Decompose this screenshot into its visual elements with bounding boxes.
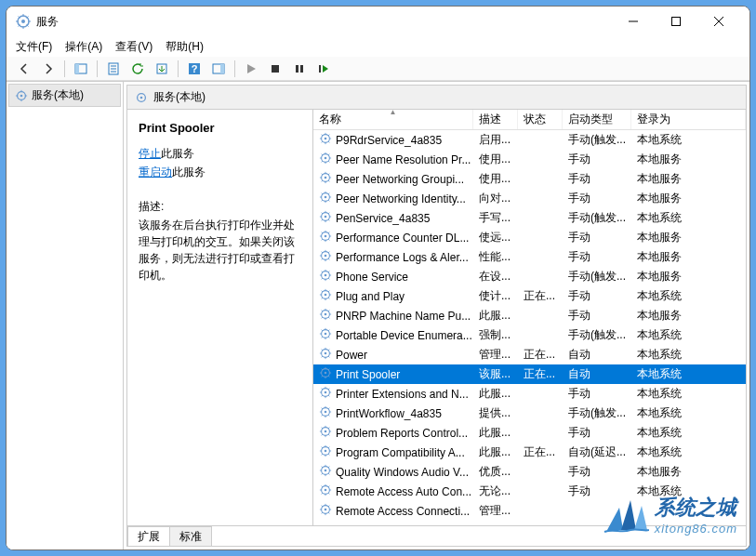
gear-icon <box>319 249 332 265</box>
service-row[interactable]: Plug and Play使计...正在...手动本地系统 <box>313 286 746 306</box>
svg-rect-4 <box>75 64 79 73</box>
service-desc: 此服... <box>473 425 518 441</box>
service-logon: 本地系统 <box>631 327 746 343</box>
service-startup: 手动 <box>563 288 631 304</box>
maximize-button[interactable] <box>655 7 697 36</box>
service-row[interactable]: PNRP Machine Name Pu...此服...手动本地服务 <box>313 306 746 325</box>
service-startup: 手动 <box>563 191 631 206</box>
service-row[interactable]: Remote Access Auto Con...无论...手动本地系统 <box>313 482 746 501</box>
service-name: PenService_4a835 <box>336 212 430 225</box>
gear-icon <box>319 171 332 187</box>
service-row[interactable]: Power管理...正在...自动本地系统 <box>313 345 746 364</box>
service-desc: 启用... <box>473 132 518 148</box>
close-button[interactable] <box>697 7 740 36</box>
menu-action[interactable]: 操作(A) <box>65 39 102 55</box>
tree-pane[interactable]: 服务(本地) <box>7 82 124 549</box>
service-row[interactable]: PrintWorkflow_4a835提供...手动(触发...本地系统 <box>313 404 746 423</box>
inner-header: 服务(本地) <box>127 86 746 110</box>
gear-icon <box>319 269 332 285</box>
properties-button[interactable] <box>103 59 124 79</box>
forward-button[interactable] <box>38 59 59 79</box>
service-row[interactable]: Quality Windows Audio V...优质...手动本地服务 <box>313 462 746 482</box>
service-row[interactable]: Peer Name Resolution Pr...使用...手动本地服务 <box>313 150 746 169</box>
service-row[interactable]: Print Spooler该服...正在...自动本地系统 <box>313 364 746 384</box>
service-row[interactable]: Printer Extensions and N...此服...手动本地系统 <box>313 384 746 404</box>
service-row[interactable]: Program Compatibility A...此服...正在...自动(延… <box>313 443 746 462</box>
service-row[interactable]: P9RdrService_4a835启用...手动(触发...本地系统 <box>313 130 746 150</box>
service-logon: 本地系统 <box>631 444 746 460</box>
service-row[interactable]: Peer Networking Groupi...使用...手动本地服务 <box>313 169 746 189</box>
col-startup[interactable]: 启动类型 <box>563 110 631 129</box>
service-row[interactable]: Portable Device Enumera...强制...手动(触发...本… <box>313 325 746 345</box>
service-status: 正在... <box>518 444 563 460</box>
service-row[interactable]: Peer Networking Identity...向对...手动本地服务 <box>313 189 746 208</box>
service-logon: 本地系统 <box>631 425 746 441</box>
service-desc: 无论... <box>473 483 518 499</box>
menu-help[interactable]: 帮助(H) <box>166 39 204 55</box>
refresh-button[interactable] <box>127 59 148 79</box>
tab-standard[interactable]: 标准 <box>169 526 212 547</box>
tree-root-node[interactable]: 服务(本地) <box>8 84 121 107</box>
tab-extended[interactable]: 扩展 <box>127 526 170 547</box>
service-desc: 手写... <box>473 210 518 226</box>
action-pane-button[interactable] <box>208 59 229 79</box>
svg-point-28 <box>325 216 327 218</box>
service-desc: 管理... <box>473 347 518 363</box>
svg-point-32 <box>325 255 327 258</box>
col-name[interactable]: 名称▲ <box>313 110 473 129</box>
titlebar[interactable]: 服务 <box>7 7 749 36</box>
svg-rect-12 <box>296 65 298 73</box>
service-desc: 提供... <box>473 405 518 421</box>
svg-point-48 <box>325 411 327 414</box>
gear-icon <box>319 503 332 519</box>
service-startup: 手动 <box>563 308 631 324</box>
pause-service-button[interactable] <box>289 59 310 79</box>
service-name: Peer Networking Groupi... <box>336 173 464 186</box>
service-startup: 手动(触发... <box>563 405 631 421</box>
service-startup: 手动(触发... <box>563 132 631 148</box>
back-button[interactable] <box>14 59 34 79</box>
svg-point-44 <box>325 372 327 375</box>
stop-service-button[interactable] <box>265 59 285 79</box>
service-row[interactable]: Remote Access Connecti...管理... <box>313 501 746 521</box>
service-logon: 本地服务 <box>631 249 746 265</box>
service-row[interactable]: Performance Logs & Aler...性能...手动本地服务 <box>313 247 746 267</box>
col-logon[interactable]: 登录为 <box>631 110 746 129</box>
service-status: 正在... <box>518 288 563 304</box>
help-button[interactable]: ? <box>184 59 205 79</box>
service-logon: 本地服务 <box>631 171 746 187</box>
service-startup: 自动 <box>563 366 631 382</box>
export-button[interactable] <box>152 59 172 79</box>
service-logon: 本地系统 <box>631 132 746 148</box>
bottom-tabs: 扩展 标准 <box>127 525 746 546</box>
restart-link[interactable]: 重启动 <box>139 165 172 179</box>
gear-icon <box>319 444 332 460</box>
service-row[interactable]: Problem Reports Control...此服...手动本地系统 <box>313 423 746 443</box>
svg-rect-10 <box>220 64 224 73</box>
service-desc: 管理... <box>473 503 518 519</box>
col-desc[interactable]: 描述 <box>473 110 518 129</box>
menu-view[interactable]: 查看(V) <box>115 39 153 55</box>
show-hide-tree-button[interactable] <box>71 59 91 79</box>
service-desc: 使用... <box>473 152 518 167</box>
service-row[interactable]: Phone Service在设...手动(触发...本地服务 <box>313 267 746 286</box>
stop-link[interactable]: 停止 <box>139 147 161 160</box>
col-status[interactable]: 状态 <box>518 110 563 129</box>
sort-asc-icon: ▲ <box>390 110 397 116</box>
service-desc: 该服... <box>473 366 518 382</box>
gear-icon <box>319 327 332 343</box>
minimize-button[interactable] <box>612 7 655 36</box>
service-startup: 手动(触发... <box>563 269 631 285</box>
service-startup: 手动(触发... <box>563 210 631 226</box>
service-logon: 本地服务 <box>631 230 746 245</box>
service-row[interactable]: PenService_4a835手写...手动(触发...本地系统 <box>313 208 746 228</box>
service-name: PNRP Machine Name Pu... <box>336 310 471 323</box>
restart-service-button[interactable] <box>313 59 334 79</box>
start-service-button[interactable] <box>241 59 261 79</box>
service-row[interactable]: Performance Counter DL...使远...手动本地服务 <box>313 228 746 247</box>
menu-file[interactable]: 文件(F) <box>16 39 52 55</box>
svg-point-54 <box>325 470 327 472</box>
service-name: PrintWorkflow_4a835 <box>336 407 442 420</box>
gear-icon <box>319 483 332 499</box>
svg-point-34 <box>325 274 327 277</box>
